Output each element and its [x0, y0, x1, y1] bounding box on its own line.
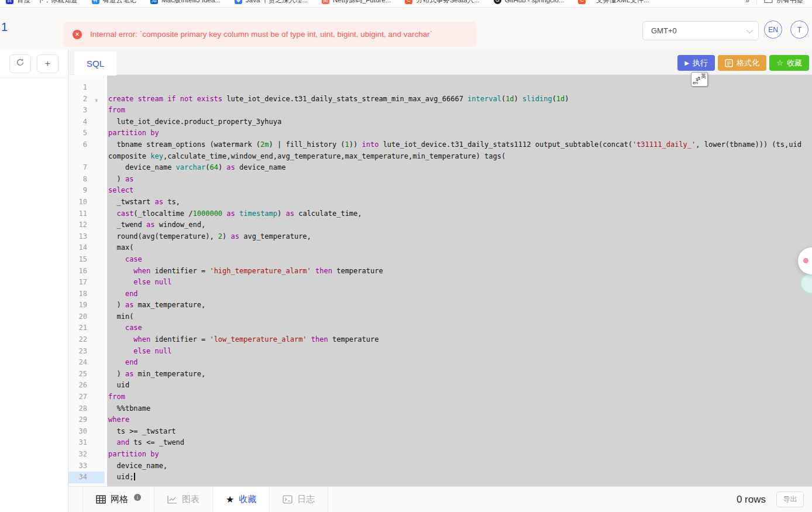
line-number: 12	[68, 219, 105, 231]
tab-favorites[interactable]: ★收藏	[213, 487, 270, 512]
sql-editor[interactable]: 12∨create stream if not exists lute_iot_…	[68, 75, 812, 486]
text-cursor	[134, 473, 135, 480]
line-number: 4	[68, 116, 105, 128]
java-icon: ◆	[235, 0, 242, 4]
code-line[interactable]: 34 uid;	[68, 472, 812, 483]
timezone-select[interactable]: GMT+0	[642, 21, 759, 40]
bookmark-item[interactable]: GGitHub - springclo...	[494, 0, 565, 4]
baidu-icon: 百	[6, 0, 13, 4]
code-text: create stream if not exists lute_iot_dev…	[107, 94, 812, 105]
csdn-icon: C	[405, 0, 412, 4]
bookmark-item[interactable]: C分布式事务Seata入...	[405, 0, 480, 5]
line-number: 29	[68, 414, 105, 426]
code-line[interactable]: 21 case	[68, 322, 812, 334]
all-bookmarks-folder[interactable]: 所有书签	[764, 0, 806, 5]
bookmark-item[interactable]: 简Netty源码_Future...	[322, 0, 391, 5]
code-line[interactable]: 2∨create stream if not exists lute_iot_d…	[68, 94, 812, 105]
code-line[interactable]: 25 ) as min_temperature,	[68, 369, 812, 380]
bookmarks-overflow-area: »所有书签	[745, 0, 806, 5]
code-line[interactable]: 22 when identifier = 'low_temperature_al…	[68, 334, 812, 346]
tab-label: 网格	[111, 494, 128, 505]
code-line[interactable]: 20 min(	[68, 311, 812, 323]
explorer-sidebar: +	[0, 50, 68, 512]
bookmark-label: 百度一下，你就知道	[17, 0, 78, 5]
code-line[interactable]: 27from	[68, 391, 812, 403]
bookmark-item[interactable]: 知Mac版IntelliJ Idea...	[150, 0, 221, 5]
line-number: 33	[68, 461, 105, 472]
code-line[interactable]: 23 else null	[68, 346, 812, 358]
code-line[interactable]: 11 cast(_tlocaltime /1000000 as timestam…	[68, 208, 812, 220]
code-text: else null	[107, 346, 812, 358]
code-line[interactable]: 4 lute_iot_device.product_property_3yhuy…	[68, 116, 812, 128]
code-line[interactable]: 3from	[68, 105, 812, 116]
code-line[interactable]: 12 _twend as window_end,	[68, 219, 812, 231]
format-icon	[725, 59, 733, 67]
bookmark-item[interactable]: ◆Java 干货之深入理...	[235, 0, 308, 5]
line-number: 26	[68, 380, 105, 391]
tab-sql[interactable]: SQL	[74, 51, 116, 75]
row-count: 0 rows	[737, 494, 766, 506]
code-line[interactable]: 32partition by	[68, 449, 812, 461]
code-line[interactable]: 19 ) as max_temperature,	[68, 300, 812, 311]
code-text: min(	[107, 311, 812, 323]
bookmark-item[interactable]: 百百度一下，你就知道	[6, 0, 78, 5]
tab-grid[interactable]: 网格i	[82, 487, 154, 512]
code-text: when identifier = 'high_temperature_alar…	[107, 266, 812, 277]
code-line[interactable]: 30 ts >= _twstart	[68, 426, 812, 438]
tab-label: 收藏	[239, 494, 256, 505]
favorite-button[interactable]: ☆ 收藏	[769, 55, 809, 71]
bookmark-label: Java 干货之深入理...	[246, 0, 308, 5]
code-line[interactable]: 15 case	[68, 254, 812, 266]
code-line[interactable]: 31 and ts <= _twend	[68, 437, 812, 449]
code-text: uid;	[107, 472, 812, 483]
code-text: from	[107, 105, 812, 116]
info-icon[interactable]: i	[134, 494, 141, 501]
format-button[interactable]: 格式化	[718, 55, 766, 71]
line-number: 17	[68, 277, 105, 288]
code-line[interactable]: 8 ) as	[68, 174, 812, 185]
code-text: and ts <= _twend	[107, 437, 812, 449]
code-text: uid	[107, 380, 812, 391]
code-line[interactable]: 26 uid	[68, 380, 812, 391]
account-button[interactable]: T	[790, 20, 808, 39]
code-line[interactable]: 7 device_name varchar(64) as device_name	[68, 162, 812, 174]
code-line[interactable]: 28 %%tbname	[68, 403, 812, 415]
code-text: round(avg(temperature), 2) as avg_temper…	[107, 231, 812, 243]
code-line[interactable]: 16 when identifier = 'high_temperature_a…	[68, 266, 812, 277]
line-number: 22	[68, 334, 105, 346]
csdn-icon: C	[578, 0, 586, 4]
refresh-button[interactable]	[9, 54, 31, 73]
line-number: 20	[68, 311, 105, 323]
header: 1 × Internal error: `composite primary k…	[0, 8, 812, 50]
export-button[interactable]: 导出	[776, 492, 804, 507]
code-line[interactable]: 24 end	[68, 357, 812, 369]
tab-logs[interactable]: 日志	[270, 487, 328, 512]
line-number: 21	[68, 322, 105, 334]
code-line[interactable]: 9select	[68, 185, 812, 197]
code-line[interactable]: 17 else null	[68, 277, 812, 288]
code-line[interactable]: 18 end	[68, 288, 812, 300]
code-line[interactable]: 29where	[68, 414, 812, 426]
run-button[interactable]: ▶ 执行	[677, 55, 715, 71]
code-line[interactable]: 6 tbname stream_options (watermark (2m) …	[68, 139, 812, 162]
favorite-button-label: 收藏	[787, 58, 802, 68]
code-line[interactable]: 10 _twstart as ts,	[68, 197, 812, 208]
bookmark-item[interactable]: C一文弄懂XML文件...	[578, 0, 649, 5]
editor-tab-bar: SQL ▶ 执行 格式化 ☆ 收藏 英 ⇄ en	[68, 50, 812, 75]
bookmark-item[interactable]: 有有道云笔记	[92, 0, 137, 5]
tab-chart[interactable]: 图表	[154, 487, 213, 512]
code-line[interactable]: 14 max(	[68, 242, 812, 254]
language-button[interactable]: EN	[764, 20, 782, 39]
line-number: 9	[68, 185, 105, 197]
add-button[interactable]: +	[37, 54, 59, 73]
line-number: 8	[68, 174, 105, 185]
code-text: lute_iot_device.product_property_3yhuya	[107, 116, 812, 128]
line-number: 2∨	[68, 94, 105, 105]
overflow-chevron-icon[interactable]: »	[745, 0, 749, 5]
code-line[interactable]: 33 device_name,	[68, 461, 812, 472]
page-indicator: 1	[1, 20, 8, 34]
code-line[interactable]: 5partition by	[68, 128, 812, 139]
code-line[interactable]: 13 round(avg(temperature), 2) as avg_tem…	[68, 231, 812, 243]
code-text: case	[107, 322, 812, 334]
line-number: 6	[68, 139, 105, 162]
